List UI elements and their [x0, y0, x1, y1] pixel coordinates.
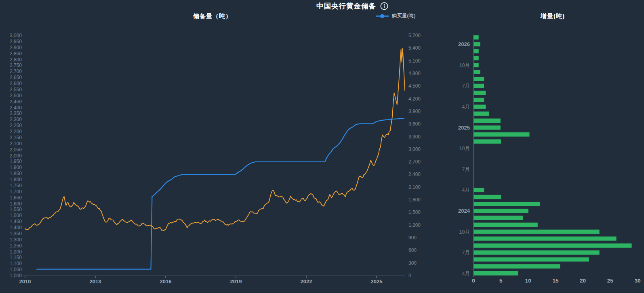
bar-x-tick-label: 25: [607, 278, 614, 284]
left-y-tick-label: 1,100: [10, 261, 22, 266]
delta-bar[interactable]: [474, 139, 501, 144]
delta-bar[interactable]: [474, 119, 501, 123]
left-y-tick-label: 1,900: [10, 165, 22, 170]
left-y-tick-label: 2,700: [10, 69, 22, 74]
delta-bar[interactable]: [474, 49, 479, 54]
left-y-tick-label: 2,250: [10, 123, 22, 128]
delta-bar[interactable]: [474, 35, 479, 40]
left-y-tick-label: 1,850: [10, 171, 22, 176]
left-y-tick-label: 2,000: [10, 153, 22, 159]
bar-year-label: 2025: [458, 125, 470, 131]
delta-bar[interactable]: [474, 132, 530, 137]
left-y-tick-label: 1,350: [10, 231, 22, 236]
left-y-tick-label: 2,150: [10, 135, 22, 140]
bar-month-label: 4月: [462, 271, 470, 276]
delta-bar[interactable]: [474, 105, 486, 109]
right-y-tick-label: 1,200: [408, 222, 421, 228]
x-tick-label: 2019: [230, 278, 242, 285]
delta-bar-chart: 202610月7月4月202510月7月4月202410月7月4月0510152…: [458, 35, 640, 284]
bar-year-label: 2024: [458, 208, 470, 214]
left-y-tick-label: 1,000: [10, 273, 22, 278]
delta-bar[interactable]: [474, 236, 617, 241]
bar-month-label: 4月: [462, 187, 470, 193]
delta-bar[interactable]: [474, 271, 518, 276]
left-y-tick-label: 2,550: [10, 87, 22, 92]
left-y-tick-label: 1,700: [10, 189, 22, 195]
delta-bar[interactable]: [474, 98, 484, 102]
gold-reserve-dashboard: 中国央行黄金储备 储备量（吨） 购买量(吨) 增量(吨) 1,0001,0501…: [0, 0, 644, 293]
delta-bar[interactable]: [474, 257, 589, 262]
right-y-tick-label: 2,100: [408, 184, 421, 190]
delta-bar[interactable]: [474, 77, 484, 81]
right-y-tick-label: 600: [408, 247, 417, 253]
left-y-tick-label: 2,400: [10, 105, 22, 111]
bar-x-tick-label: 15: [552, 278, 559, 284]
delta-bar[interactable]: [474, 223, 538, 227]
left-y-tick-label: 2,100: [10, 141, 22, 146]
left-y-tick-label: 2,950: [10, 39, 22, 44]
delta-bar[interactable]: [474, 63, 479, 67]
delta-bar[interactable]: [474, 84, 484, 88]
x-tick-label: 2025: [371, 278, 383, 285]
bar-month-label: 10月: [459, 63, 470, 68]
left-y-tick-label: 2,900: [10, 45, 22, 50]
delta-bar[interactable]: [474, 202, 540, 206]
left-y-tick-label: 2,350: [10, 111, 22, 116]
delta-bar[interactable]: [474, 111, 489, 116]
delta-bar[interactable]: [474, 264, 560, 269]
purchase-line-series[interactable]: [37, 118, 404, 269]
left-y-tick-label: 1,050: [10, 267, 22, 272]
bar-x-tick-label: 20: [580, 278, 586, 284]
left-y-tick-label: 2,050: [10, 147, 22, 153]
bar-month-label: 10月: [459, 146, 470, 151]
left-y-tick-label: 1,750: [10, 183, 22, 188]
delta-bar[interactable]: [474, 209, 528, 213]
left-y-tick-label: 2,750: [10, 63, 22, 68]
x-tick-label: 2022: [301, 278, 312, 285]
left-y-tick-label: 2,500: [10, 93, 22, 98]
x-tick-label: 2010: [19, 278, 31, 285]
right-y-tick-label: 2,700: [408, 159, 421, 165]
reserve-line-chart: 1,0001,0501,1001,1501,2001,2501,3001,350…: [10, 33, 421, 285]
bar-month-label: 7月: [462, 83, 470, 89]
right-y-tick-label: 900: [408, 235, 417, 241]
delta-bar[interactable]: [474, 250, 600, 255]
delta-bar[interactable]: [474, 91, 486, 95]
left-y-tick-label: 2,800: [10, 57, 22, 63]
right-y-tick-label: 4,500: [408, 83, 421, 89]
x-tick-label: 2013: [90, 278, 101, 285]
reserve-value-line-series[interactable]: [25, 48, 405, 231]
delta-bar[interactable]: [474, 195, 501, 199]
left-y-tick-label: 2,850: [10, 51, 22, 57]
delta-bar[interactable]: [474, 70, 480, 74]
right-y-tick-label: 5,400: [408, 45, 421, 51]
right-y-tick-label: 3,900: [408, 109, 421, 114]
delta-bar[interactable]: [474, 126, 501, 130]
left-y-tick-label: 2,300: [10, 117, 22, 122]
right-y-tick-label: 4,800: [408, 71, 421, 76]
bar-month-label: 4月: [462, 104, 470, 110]
left-y-tick-label: 1,450: [10, 219, 22, 224]
delta-bar[interactable]: [474, 230, 600, 234]
x-tick-label: 2016: [160, 278, 172, 285]
left-y-tick-label: 3,000: [10, 33, 22, 38]
bar-month-label: 10月: [459, 229, 470, 235]
left-y-tick-label: 1,650: [10, 195, 22, 201]
bar-x-tick-label: 5: [499, 278, 503, 284]
bar-month-label: 7月: [462, 167, 470, 172]
left-y-tick-label: 2,650: [10, 75, 22, 80]
left-y-tick-label: 2,600: [10, 81, 22, 86]
delta-bar[interactable]: [474, 188, 484, 193]
left-y-tick-label: 1,500: [10, 213, 22, 218]
right-y-tick-label: 1,800: [408, 197, 421, 203]
left-y-tick-label: 1,400: [10, 225, 22, 230]
delta-bar[interactable]: [474, 56, 479, 61]
right-y-tick-label: 3,300: [408, 134, 421, 140]
delta-bar[interactable]: [474, 216, 523, 220]
delta-bar[interactable]: [474, 42, 480, 47]
bar-x-tick-label: 0: [472, 278, 475, 284]
right-y-tick-label: 5,100: [408, 58, 421, 64]
right-y-tick-label: 3,600: [408, 121, 421, 127]
left-y-tick-label: 1,950: [10, 159, 22, 164]
delta-bar[interactable]: [474, 243, 632, 248]
